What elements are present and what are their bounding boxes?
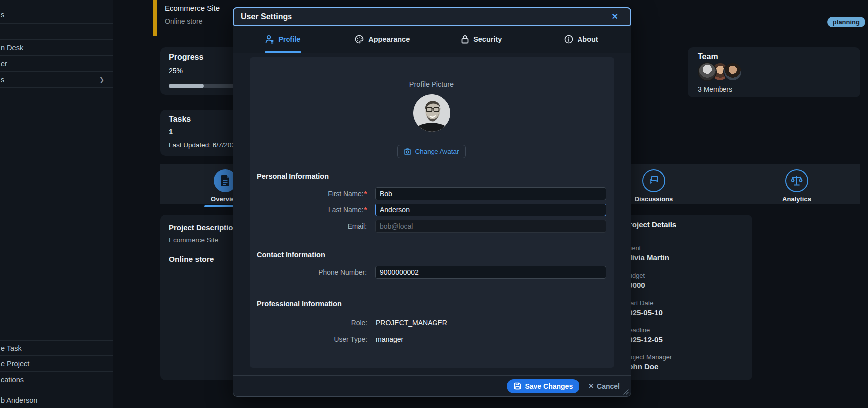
tab-about[interactable]: About: [532, 26, 631, 53]
sidebar-item-notifications[interactable]: cations: [0, 372, 113, 388]
team-card: Team 3 Members: [688, 47, 860, 97]
team-members-count: 3 Members: [698, 85, 732, 93]
status-badge: planning: [827, 17, 865, 27]
sidebar-item-label: s: [1, 11, 4, 19]
resize-grip-handle[interactable]: [622, 388, 629, 395]
close-icon[interactable]: ✕: [612, 12, 618, 21]
sidebar-item[interactable]: s: [0, 6, 113, 24]
team-avatar-group: [698, 62, 736, 81]
sidebar-item-create-project[interactable]: e Project: [0, 356, 113, 372]
tab-security[interactable]: Security: [432, 26, 532, 53]
user-list-icon: [265, 35, 274, 44]
palette-icon: [355, 35, 364, 44]
first-name-row: First Name:*: [257, 187, 606, 200]
details-field: Project Manager John Doe: [624, 353, 752, 371]
sidebar-item-label: cations: [1, 376, 24, 384]
user-type-row: User Type: manager: [257, 335, 606, 343]
first-name-input[interactable]: [375, 187, 606, 200]
dialog-body: Profile Picture: [233, 53, 631, 375]
last-name-row: Last Name:*: [257, 204, 606, 216]
sidebar-item-label: s: [1, 76, 4, 84]
chevron-right-icon: ❯: [99, 76, 104, 83]
dialog-header[interactable]: User Settings ✕: [233, 7, 631, 26]
sidebar: s n Desk er s ❯ e Task e Project cations…: [0, 0, 113, 408]
camera-icon: [404, 148, 411, 155]
field-label: Client: [624, 244, 752, 252]
cancel-button-label: Cancel: [597, 382, 620, 390]
sidebar-item-create-task[interactable]: e Task: [0, 340, 113, 356]
email-field: [375, 220, 606, 233]
tab-label: Appearance: [368, 35, 410, 43]
tab-label: Profile: [278, 35, 300, 43]
last-name-label: Last Name:*: [257, 206, 369, 214]
sidebar-item-label: e Project: [1, 360, 29, 368]
dialog-title: User Settings: [241, 12, 292, 21]
role-value: PROJECT_MANAGER: [376, 319, 447, 327]
tab-discussions[interactable]: Discussions: [624, 169, 684, 203]
sidebar-item-label: er: [1, 60, 7, 68]
tab-label: Security: [473, 35, 502, 43]
sidebar-item-label: b Anderson: [1, 396, 37, 404]
sidebar-item-label: n Desk: [1, 44, 23, 52]
sidebar-item-user[interactable]: b Anderson: [0, 392, 113, 408]
dialog-footer: Save Changes ✕ Cancel: [233, 375, 631, 396]
details-field: Budget 50000: [624, 272, 752, 289]
analytics-scales-icon: [785, 169, 808, 192]
sidebar-item[interactable]: n Desk: [0, 40, 113, 56]
field-value: 2025-05-10: [624, 308, 752, 317]
details-card-title: Project Details: [624, 220, 752, 229]
dialog-tab-bar: Profile Appearance Security About: [233, 26, 631, 53]
section-heading-professional: Professional Information: [257, 300, 606, 308]
details-field: Start Date 2025-05-10: [624, 299, 752, 317]
role-row: Role: PROJECT_MANAGER: [257, 319, 606, 327]
tab-appearance[interactable]: Appearance: [333, 26, 433, 53]
progress-bar-fill: [169, 84, 204, 88]
field-label: Start Date: [624, 299, 752, 307]
save-button-label: Save Changes: [525, 382, 573, 390]
sidebar-item-label: e Task: [1, 344, 22, 352]
lock-icon: [461, 35, 469, 44]
user-type-value: manager: [376, 335, 403, 343]
tab-profile[interactable]: Profile: [233, 26, 333, 53]
team-card-title: Team: [698, 52, 860, 61]
email-row: Email:: [257, 220, 606, 233]
first-name-label: First Name:*: [257, 190, 369, 198]
info-icon: [564, 35, 573, 44]
role-label: Role:: [257, 319, 369, 327]
last-name-input[interactable]: [375, 204, 606, 216]
save-changes-button[interactable]: Save Changes: [507, 379, 579, 393]
change-avatar-button[interactable]: Change Avatar: [397, 145, 465, 158]
required-marker: *: [364, 206, 367, 214]
tab-label: Analytics: [782, 195, 811, 203]
change-avatar-label: Change Avatar: [415, 148, 459, 155]
discussions-chat-icon: [642, 169, 665, 192]
tab-label: About: [578, 35, 598, 43]
team-member-avatar[interactable]: [723, 62, 742, 81]
field-value: Olivia Martin: [624, 253, 752, 262]
details-field: Client Olivia Martin: [624, 244, 752, 262]
required-marker: *: [364, 190, 367, 198]
tab-analytics[interactable]: Analytics: [767, 169, 827, 203]
field-label: Deadline: [624, 326, 752, 334]
sidebar-item[interactable]: er: [0, 56, 113, 72]
phone-number-input[interactable]: [375, 266, 606, 279]
cancel-button[interactable]: ✕ Cancel: [588, 382, 620, 390]
user-settings-dialog: User Settings ✕ Profile Appearance: [233, 7, 631, 397]
field-value: 2025-12-05: [624, 335, 752, 344]
field-value: John Doe: [624, 362, 752, 371]
sidebar-item[interactable]: s ❯: [0, 72, 113, 88]
active-tab-underline: [265, 51, 301, 53]
phone-row: Phone Number:: [257, 266, 606, 279]
save-icon: [514, 382, 521, 390]
app-screen: s n Desk er s ❯ e Task e Project cations…: [0, 0, 868, 408]
section-heading-contact: Contact Information: [257, 251, 606, 259]
sidebar-item[interactable]: [0, 24, 113, 40]
field-label: Project Manager: [624, 353, 752, 361]
user-type-label: User Type:: [257, 336, 369, 343]
profile-avatar: [413, 94, 450, 132]
section-heading-personal: Personal Information: [257, 172, 606, 180]
details-field: Deadline 2025-12-05: [624, 326, 752, 344]
team-member-avatar[interactable]: [698, 62, 717, 81]
field-value: 50000: [624, 281, 752, 289]
profile-form-panel: Profile Picture: [250, 57, 614, 368]
